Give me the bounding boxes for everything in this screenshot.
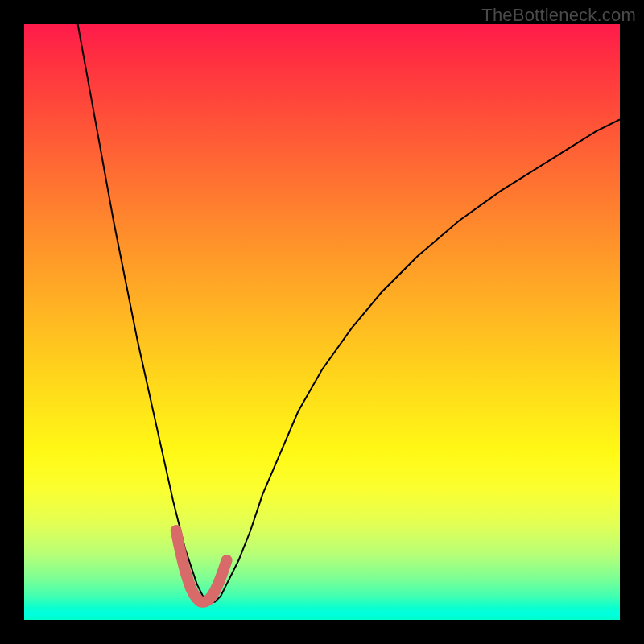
watermark-text: TheBottleneck.com [481, 5, 636, 26]
curve-layer [24, 24, 620, 620]
chart-stage: TheBottleneck.com [0, 0, 644, 644]
bottleneck-curve [78, 24, 620, 602]
plot-area [24, 24, 620, 620]
